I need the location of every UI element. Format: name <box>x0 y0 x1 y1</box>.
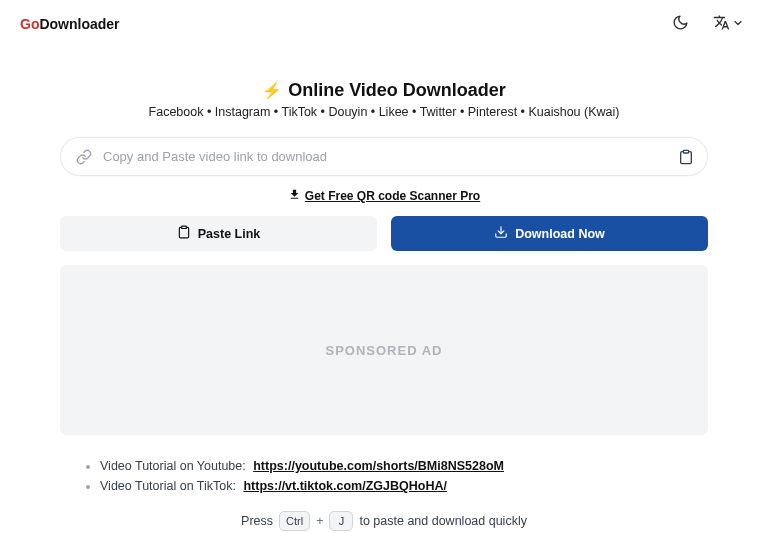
clipboard-icon <box>177 225 191 242</box>
svg-rect-1 <box>181 226 186 228</box>
shortcut-plus: + <box>316 514 323 528</box>
download-now-label: Download Now <box>515 227 605 241</box>
tutorial-tt-label: Video Tutorial on TikTok: <box>100 479 236 493</box>
paste-link-button[interactable]: Paste Link <box>60 216 377 251</box>
language-button[interactable] <box>709 10 748 38</box>
button-row: Paste Link Download Now <box>60 216 708 251</box>
paste-from-clipboard-button[interactable] <box>678 149 694 165</box>
kbd-j: J <box>329 511 353 531</box>
paste-link-label: Paste Link <box>198 227 261 241</box>
lightning-icon: ⚡ <box>262 81 282 100</box>
ad-label: SPONSORED AD <box>326 343 443 358</box>
url-input[interactable] <box>60 137 708 176</box>
logo[interactable]: GoDownloader <box>20 16 120 32</box>
ad-placeholder: SPONSORED AD <box>60 265 708 435</box>
translate-icon <box>713 14 730 34</box>
promo-link[interactable]: Get Free QR code Scanner Pro <box>305 189 480 203</box>
tutorial-yt-label: Video Tutorial on Youtube: <box>100 459 246 473</box>
list-item: Video Tutorial on TikTok: https://vt.tik… <box>100 479 700 493</box>
promo-row: Get Free QR code Scanner Pro <box>40 188 728 204</box>
tutorials-section: Video Tutorial on Youtube: https://youtu… <box>82 459 700 493</box>
tutorial-tt-link[interactable]: https://vt.tiktok.com/ZGJBQHoHA/ <box>243 479 446 493</box>
svg-rect-0 <box>683 150 688 153</box>
header: GoDownloader <box>0 0 768 42</box>
shortcut-rest: to paste and download quickly <box>359 514 526 528</box>
tutorial-yt-link[interactable]: https://youtube.com/shorts/BMi8NS528oM <box>253 459 504 473</box>
page-title: Online Video Downloader <box>288 80 506 101</box>
url-input-wrap <box>60 137 708 176</box>
moon-icon <box>672 14 689 34</box>
download-now-button[interactable]: Download Now <box>391 216 708 251</box>
link-icon <box>76 149 92 165</box>
shortcut-hint: Press Ctrl + J to paste and download qui… <box>40 511 728 531</box>
title-row: ⚡ Online Video Downloader <box>40 80 728 101</box>
download-icon <box>494 225 508 242</box>
subtitle: Facebook • Instagram • TikTok • Douyin •… <box>40 105 728 119</box>
list-item: Video Tutorial on Youtube: https://youtu… <box>100 459 700 473</box>
header-actions <box>668 10 748 38</box>
logo-name: Downloader <box>39 16 119 32</box>
theme-toggle-button[interactable] <box>668 10 693 38</box>
kbd-ctrl: Ctrl <box>279 511 310 531</box>
logo-go: Go <box>20 16 39 32</box>
shortcut-press: Press <box>241 514 273 528</box>
install-icon <box>288 188 301 204</box>
main-content: ⚡ Online Video Downloader Facebook • Ins… <box>0 42 768 531</box>
chevron-down-icon <box>732 17 744 32</box>
